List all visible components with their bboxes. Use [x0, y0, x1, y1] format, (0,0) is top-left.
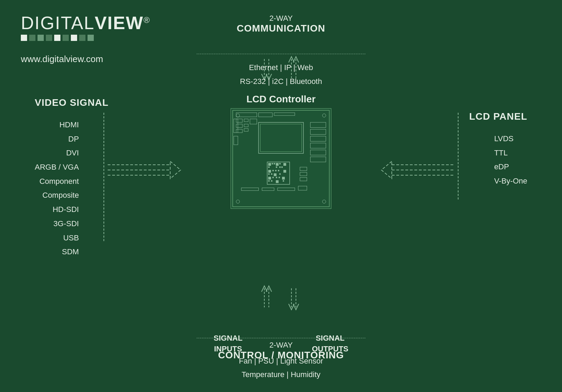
- svg-rect-37: [275, 170, 276, 171]
- svg-rect-27: [274, 163, 275, 164]
- svg-rect-51: [276, 180, 279, 183]
- logo-reg: ®: [143, 15, 150, 25]
- lcd-outputs-list: LVDS TTL eDP V-By-One: [494, 132, 527, 188]
- input-3g-sdi: 3G-SDI: [35, 217, 79, 231]
- logo-area: DIGITALVIEW®: [21, 14, 150, 41]
- input-composite: Composite: [35, 188, 79, 203]
- control-line2: Temperature | Humidity: [239, 368, 323, 382]
- lcd-panel-vline: [458, 113, 458, 199]
- comm-items: Ethernet | IP | Web RS-232 | i2C | Bluet…: [240, 61, 322, 88]
- svg-rect-31: [276, 167, 277, 168]
- svg-rect-30: [268, 167, 270, 168]
- svg-rect-9: [233, 110, 329, 207]
- dot-4: [46, 35, 52, 41]
- comm-label-line2: COMMUNICATION: [237, 23, 325, 34]
- svg-rect-34: [283, 163, 286, 166]
- svg-rect-29: [279, 163, 281, 164]
- svg-rect-49: [268, 180, 270, 182]
- dot-7: [71, 35, 77, 41]
- svg-rect-33: [281, 167, 283, 168]
- svg-rect-41: [271, 173, 272, 175]
- video-inputs-list: HDMI DP DVI ARGB / VGA Component Composi…: [35, 118, 79, 259]
- dot-2: [29, 35, 35, 41]
- input-hd-sdi: HD-SDI: [35, 203, 79, 217]
- logo-dots: [21, 35, 150, 41]
- dot-5: [54, 35, 60, 41]
- video-signal-vline: [104, 113, 104, 241]
- control-items: Fan | PSU | Light Sensor Temperature | H…: [239, 354, 323, 382]
- video-signal-label: VIDEO SIGNAL: [35, 97, 109, 108]
- svg-rect-35: [268, 170, 271, 173]
- logo-view: VIEW: [94, 13, 143, 33]
- svg-rect-52: [283, 180, 284, 182]
- dot-1: [21, 35, 27, 41]
- output-edp: eDP: [494, 160, 527, 174]
- output-ttl: TTL: [494, 146, 527, 160]
- lcd-board-svg: [231, 108, 331, 209]
- dot-3: [38, 35, 44, 41]
- svg-rect-46: [276, 177, 277, 178]
- svg-rect-50: [271, 180, 272, 182]
- output-vbyone: V-By-One: [494, 174, 527, 188]
- dot-6: [63, 35, 69, 41]
- svg-rect-25: [268, 163, 271, 166]
- svg-rect-45: [272, 177, 274, 178]
- svg-rect-26: [272, 163, 273, 164]
- svg-rect-36: [272, 170, 274, 171]
- left-input-arrow: [106, 156, 182, 184]
- svg-rect-40: [268, 173, 270, 175]
- svg-rect-42: [274, 173, 276, 176]
- svg-rect-43: [279, 173, 281, 175]
- control-line1: Fan | PSU | Light Sensor: [239, 354, 323, 368]
- input-argb-vga: ARGB / VGA: [35, 160, 79, 174]
- svg-rect-48: [282, 177, 285, 180]
- svg-marker-8: [170, 161, 181, 179]
- svg-rect-44: [268, 177, 271, 180]
- input-component: Component: [35, 174, 79, 189]
- logo-text: DIGITALVIEW®: [21, 14, 150, 32]
- svg-rect-38: [278, 170, 279, 171]
- top-communication: 2-WAY COMMUNICATION: [237, 14, 325, 34]
- right-output-arrow: [380, 156, 456, 184]
- logo-digital: DIGITAL: [21, 13, 94, 33]
- svg-marker-73: [381, 161, 392, 179]
- svg-rect-28: [276, 163, 279, 166]
- lcd-controller-label: LCD Controller: [231, 94, 331, 105]
- dot-9: [88, 35, 94, 41]
- input-usb: USB: [35, 231, 79, 245]
- comm-label-line1: 2-WAY: [237, 14, 325, 23]
- bottom-arrows: [257, 283, 305, 316]
- svg-rect-32: [279, 167, 281, 168]
- input-dp: DP: [35, 132, 79, 146]
- dot-8: [79, 35, 85, 41]
- comm-line2: RS-232 | i2C | Bluetooth: [240, 75, 322, 88]
- website-url: www.digitalview.com: [21, 54, 103, 65]
- lcd-controller-area: LCD Controller: [231, 94, 331, 210]
- output-lvds: LVDS: [494, 132, 527, 146]
- svg-rect-47: [279, 177, 280, 178]
- bottom-separator-line: [197, 338, 365, 338]
- comm-line1: Ethernet | IP | Web: [240, 61, 322, 75]
- input-dvi: DVI: [35, 146, 79, 160]
- main-container: DIGITALVIEW® www.digitalview.com 2-WAY C…: [0, 0, 562, 392]
- control-label-line1: 2-WAY: [218, 341, 344, 350]
- svg-rect-39: [283, 170, 286, 173]
- input-sdm: SDM: [35, 245, 79, 259]
- input-hdmi: HDMI: [35, 118, 79, 132]
- lcd-panel-label: LCD PANEL: [469, 111, 527, 122]
